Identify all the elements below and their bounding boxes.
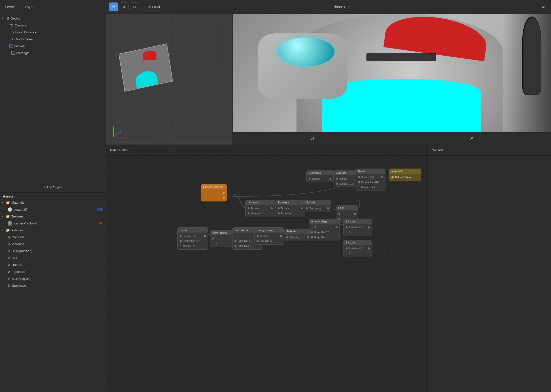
camera-texture-icon [8, 221, 12, 226]
console-header: Console [428, 145, 551, 156]
patch-icon-grayscale: ⧎ [8, 284, 10, 287]
tree-label-canvas0: canvas0 [14, 44, 26, 48]
node-swizzle-mid[interactable]: Swizzle Swizzley [284, 229, 311, 241]
node-vibrance[interactable]: Vibrance ✎ Texture Vibrance1 [245, 200, 275, 217]
camera-texture0-label: cameraTexture0 [14, 221, 98, 225]
chevron-icon-device: ▾ [2, 17, 5, 20]
patch-item-blur-frag[interactable]: ⧎ Blur(Frag-2x) [0, 275, 106, 282]
node-smooth-step-top[interactable]: Smooth Step 0 Edge Min0.5 Edge Max1 [309, 219, 340, 241]
camera-icon: 📷 [9, 23, 13, 27]
patches-folder[interactable]: ▾ 📁 Patches [0, 227, 106, 234]
iphone-device-selector[interactable]: iPhone 8 ▾ [332, 5, 350, 9]
mic-stand-hint [215, 21, 225, 71]
mic-icon: 🎙 [11, 37, 14, 41]
patch-label-contrast: Contrast [12, 235, 24, 239]
phone-preview: ↺ ↗ [233, 14, 551, 145]
svg-text:z: z [121, 128, 122, 131]
rect-icon [11, 51, 15, 55]
tree-item-device[interactable]: ▾ 🖥 Device [0, 15, 106, 22]
textures-label: Textures [11, 215, 23, 218]
chevron-icon-textures: ▾ [2, 215, 5, 218]
patch-label-grayscale: Grayscale [12, 284, 26, 287]
node-blend-patch[interactable]: Blend Source [177, 227, 208, 250]
add-object-button[interactable]: + Add Object [0, 182, 106, 192]
chevron-down-icon: ▾ [348, 5, 350, 8]
patch-icon-blur-frag: ⧎ [8, 277, 10, 280]
node-swizzle-top[interactable]: Swizzle Swizzlexyz [304, 200, 331, 212]
tree-label-microphone: Microphone [16, 37, 33, 41]
tree-item-rectangle0[interactable]: rectangle0 [0, 49, 106, 56]
patch-label-blur: Blur [12, 256, 17, 260]
patch-canvas[interactable]: cameraTexture0 [106, 156, 427, 392]
node-blend-left[interactable]: Blend Source [356, 169, 385, 191]
textures-folder[interactable]: ▾ 📁 Textures [0, 213, 106, 220]
console-body[interactable] [428, 156, 551, 392]
folder-icon-textures: 📁 [6, 215, 10, 218]
node-grayscale[interactable]: Grayscale ✎ Texture [306, 170, 334, 182]
chevron-icon-camera: ▾ [5, 24, 9, 27]
tree-item-camera[interactable]: ▾ 📷 Camera [0, 22, 106, 29]
svg-text:y: y [113, 125, 114, 127]
node-camera-texture[interactable]: cameraTexture0 [201, 184, 227, 201]
menu-button[interactable]: ≡ [540, 3, 547, 11]
screenshot-icon[interactable]: ↗ [469, 135, 474, 142]
folder-icon-patches: 📁 [6, 228, 10, 232]
material0-label: material0 [14, 208, 97, 211]
translate-button[interactable]: ✛ [109, 2, 118, 11]
monitor-icon: 🖥 [6, 17, 9, 20]
node-material-out[interactable]: material0 Diffuse Texture [389, 169, 421, 181]
patch-editor-header: Patch Editor [106, 145, 427, 156]
tree-label-focal: Focal Distance [15, 30, 37, 34]
patch-label-blur-frag: Blur(Frag-2x) [12, 277, 31, 281]
chevron-icon-canvas0: ▾ [5, 45, 9, 47]
iphone-header: iPhone 8 ▾ ≡ [328, 0, 551, 14]
patch-icon-blur: ⧎ [8, 256, 10, 260]
assets-title: Assets [0, 193, 106, 199]
toolbar: ✛ ↺ ⊡ ⊕ Local [106, 0, 328, 14]
patch-item-blur-gaussian[interactable]: ⧎ Blur(gaussian) [0, 248, 106, 255]
tree-item-canvas0[interactable]: ▾ ✓ canvas0 [0, 43, 106, 49]
patch-item-blur[interactable]: ⧎ Blur [0, 255, 106, 261]
materials-label: Materials [11, 201, 24, 204]
patch-label-exposure: Exposure [12, 270, 25, 274]
patch-item-exposure[interactable]: ⧎ Exposure [0, 268, 106, 275]
patch-item-huesat[interactable]: ⧎ HueSat [0, 261, 106, 268]
rotate-view-icon[interactable]: ↺ [310, 135, 315, 142]
patch-editor: Patch Editor [106, 145, 427, 392]
scene-tab[interactable]: Scene [0, 0, 20, 14]
material0-badge: →| [97, 208, 103, 211]
axis-indicator: x y z [111, 125, 126, 140]
node-swizzle-top2[interactable]: Swizzle Swizzle0x01 0 [343, 219, 372, 236]
patch-label-blur-gaussian: Blur(gaussian) [12, 249, 32, 253]
patch-item-grayscale[interactable]: ⧎ Grayscale [0, 282, 106, 289]
patch-item-vibrance[interactable]: ⧎ Vibrance [0, 241, 106, 248]
tree-item-focal[interactable]: ⊙ Focal Distance [0, 29, 106, 36]
phone-bottom-bar: ↺ ↗ [233, 132, 551, 145]
node-exposure[interactable]: Exposure ✎ Texture Exposure1 [276, 200, 305, 217]
tree-item-microphone[interactable]: 🎙 Microphone [0, 36, 106, 43]
checkbox-icon-canvas0: ✓ [9, 44, 13, 48]
node-blur-gaussian[interactable]: Blur(gaussian) ✎ Texture Strength3 [254, 227, 284, 245]
tree-label-rectangle0: rectangle0 [16, 51, 31, 55]
camera-texture-item[interactable]: cameraTexture0 A [0, 220, 106, 227]
materials-folder[interactable]: ▾ 📁 Materials [0, 199, 106, 206]
frame-button[interactable]: ⊡ [130, 2, 139, 11]
blend-mode-patch-select[interactable]: Multiply [181, 244, 196, 248]
patch-icon-huesat: ⧎ [8, 263, 10, 266]
node-swizzle-bot[interactable]: Swizzle Swizzle0y01 0 [343, 240, 372, 257]
3d-viewport[interactable]: x y z [106, 14, 233, 145]
patch-icon-contrast: ⧎ [8, 236, 10, 239]
patch-label-huesat: HueSat [12, 263, 22, 267]
layers-tab[interactable]: Layers [20, 0, 40, 14]
tree-label-device: Device [11, 17, 21, 20]
local-mode-button[interactable]: ⊕ Local [145, 3, 163, 11]
refresh-view-button[interactable]: ↺ [120, 2, 128, 11]
patch-item-contrast[interactable]: ⧎ Contrast [0, 234, 106, 241]
tree-label-camera: Camera [15, 23, 26, 27]
camera-texture-badge: A [98, 222, 103, 225]
assets-section: Assets ▾ 📁 Materials material0 →| ▾ [0, 192, 106, 392]
patch-icon-exposure: ⧎ [8, 270, 10, 273]
material0-item[interactable]: material0 →| [0, 206, 106, 213]
chevron-icon-patches: ▾ [2, 229, 5, 232]
blend-mode-select[interactable]: Normal [359, 185, 375, 189]
